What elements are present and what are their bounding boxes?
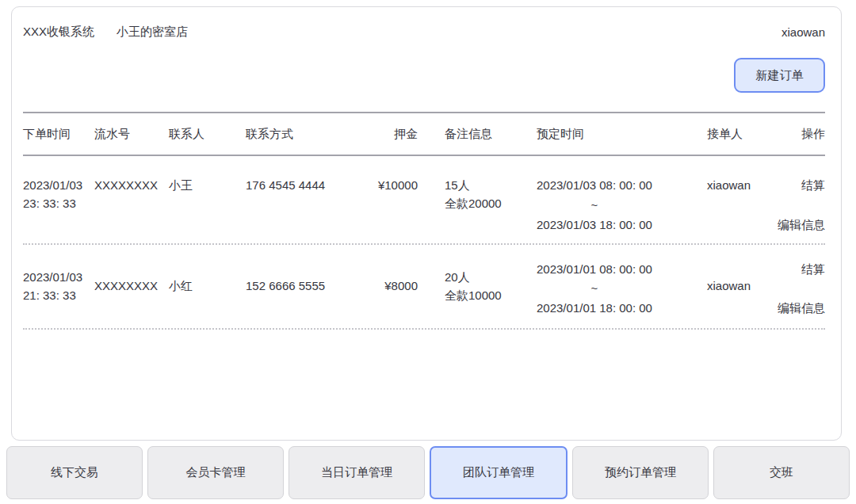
column-header-reserve-time: 预定时间: [537, 127, 707, 142]
note-people: 20人: [445, 269, 537, 287]
note-payment: 全款20000: [445, 195, 537, 213]
table-row: 2023/01/03 23: 33: 33 XXXXXXXX 小王 176 45…: [23, 156, 825, 245]
cell-order-time: 2023/01/03 23: 33: 33: [23, 156, 94, 212]
cell-reserve-time: 2023/01/03 08: 00: 00 ~ 2023/01/03 18: 0…: [537, 156, 707, 243]
reserve-time-range: 2023/01/01 08: 00: 00 ~ 2023/01/01 18: 0…: [537, 261, 652, 317]
table-row: 2023/01/03 21: 33: 33 XXXXXXXX 小红 152 66…: [23, 245, 825, 330]
bottom-navigation: 线下交易 会员卡管理 当日订单管理 团队订单管理 预约订单管理 交班: [6, 446, 850, 499]
toolbar: 新建订单: [23, 58, 825, 93]
reserve-time-range: 2023/01/03 08: 00: 00 ~ 2023/01/03 18: 0…: [537, 177, 652, 234]
cell-taker: xiaowan: [707, 156, 778, 195]
note-payment: 全款10000: [445, 287, 537, 305]
order-date: 2023/01/03: [23, 177, 94, 195]
order-clock: 21: 33: 33: [23, 287, 94, 305]
order-date: 2023/01/03: [23, 269, 94, 287]
column-header-order-time: 下单时间: [23, 127, 94, 142]
reserve-start: 2023/01/03 08: 00: 00: [537, 177, 652, 195]
cell-phone: 176 4545 4444: [246, 156, 361, 195]
nav-tab-shift-change[interactable]: 交班: [713, 446, 850, 499]
nav-tab-reservation-order-management[interactable]: 预约订单管理: [572, 446, 709, 499]
cell-note: 15人 全款20000: [418, 156, 537, 212]
nav-tab-today-order-management[interactable]: 当日订单管理: [289, 446, 425, 499]
app-title: XXX收银系统: [23, 25, 94, 40]
cell-taker: xiaowan: [707, 277, 778, 296]
reserve-separator: ~: [537, 280, 652, 298]
note-people: 15人: [445, 177, 537, 195]
nav-tab-team-order-management[interactable]: 团队订单管理: [430, 446, 567, 499]
table-header-row: 下单时间 流水号 联系人 联系方式 押金 备注信息 预定时间 接单人 操作: [23, 112, 825, 156]
cell-phone: 152 6666 5555: [246, 277, 361, 296]
top-bar: XXX收银系统 小王的密室店 xiaowan: [23, 7, 825, 40]
cell-order-time: 2023/01/03 21: 33: 33: [23, 269, 94, 304]
column-header-note: 备注信息: [418, 127, 537, 142]
cell-reserve-time: 2023/01/01 08: 00: 00 ~ 2023/01/01 18: 0…: [537, 245, 707, 328]
cell-note: 20人 全款10000: [418, 269, 537, 304]
settle-link[interactable]: 结算: [801, 261, 825, 279]
cell-serial-no: XXXXXXXX: [94, 156, 169, 195]
orders-table: 下单时间 流水号 联系人 联系方式 押金 备注信息 预定时间 接单人 操作 20…: [23, 112, 825, 330]
column-header-contact: 联系人: [169, 127, 246, 142]
main-panel: XXX收银系统 小王的密室店 xiaowan 新建订单 下单时间 流水号 联系人…: [11, 6, 842, 441]
cell-deposit: ¥8000: [361, 277, 418, 296]
cell-serial-no: XXXXXXXX: [94, 277, 169, 296]
edit-info-link[interactable]: 编辑信息: [778, 216, 825, 235]
reserve-separator: ~: [537, 197, 652, 215]
store-name: 小王的密室店: [117, 25, 188, 40]
column-header-actions: 操作: [801, 127, 825, 142]
column-header-deposit: 押金: [361, 127, 418, 142]
edit-info-link[interactable]: 编辑信息: [778, 300, 825, 318]
order-clock: 23: 33: 33: [23, 195, 94, 213]
column-header-taker: 接单人: [707, 127, 801, 142]
cell-deposit: ¥10000: [361, 156, 418, 195]
current-user: xiaowan: [781, 25, 825, 39]
reserve-start: 2023/01/01 08: 00: 00: [537, 261, 652, 279]
nav-tab-member-card-management[interactable]: 会员卡管理: [147, 446, 284, 499]
cell-actions: 结算 编辑信息: [778, 156, 825, 243]
settle-link[interactable]: 结算: [801, 177, 825, 195]
reserve-end: 2023/01/01 18: 00: 00: [537, 300, 652, 318]
cell-contact: 小王: [169, 156, 246, 195]
cell-contact: 小红: [169, 277, 246, 296]
column-header-serial-no: 流水号: [94, 127, 169, 142]
nav-tab-offline-transaction[interactable]: 线下交易: [6, 446, 143, 499]
cell-actions: 结算 编辑信息: [778, 245, 825, 328]
reserve-end: 2023/01/03 18: 00: 00: [537, 216, 652, 235]
new-order-button[interactable]: 新建订单: [734, 58, 825, 93]
column-header-phone: 联系方式: [246, 127, 361, 142]
